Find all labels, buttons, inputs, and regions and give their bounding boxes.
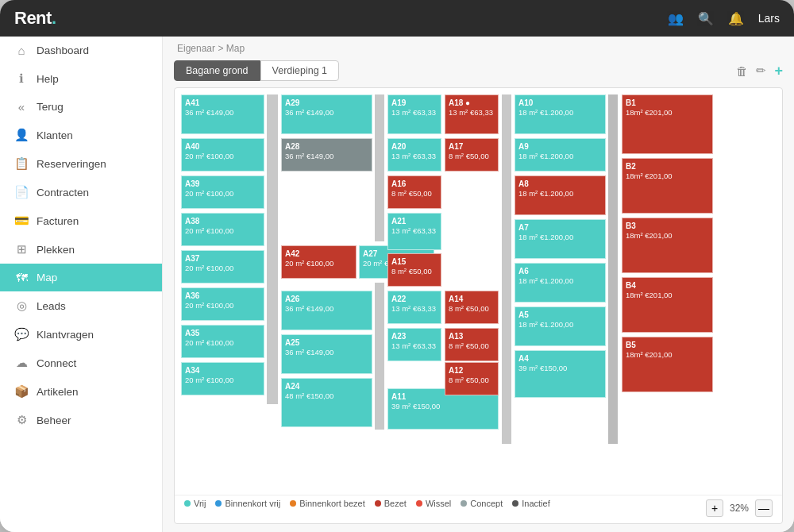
unit-A40[interactable]: A40 20 m² €100,00 <box>181 138 264 172</box>
sidebar-item-klanten[interactable]: 👤 Klanten <box>0 121 162 149</box>
unit-B5[interactable]: B5 18m² €201,00 <box>622 337 713 392</box>
sidebar-label-klanten: Klanten <box>37 129 73 141</box>
legend-concept: Concept <box>461 499 503 508</box>
help-icon: ℹ <box>14 71 29 86</box>
breadcrumb-map: Map <box>226 43 245 54</box>
artikelen-icon: 📦 <box>14 384 29 399</box>
facturen-icon: 💳 <box>14 214 29 228</box>
topbar: Rent. 👥 🔍 🔔 Lars <box>0 0 794 37</box>
unit-A35[interactable]: A35 20 m² €100,00 <box>181 325 264 358</box>
sidebar-item-contracten[interactable]: 📄 Contracten <box>0 178 162 206</box>
unit-A8[interactable]: A8 18 m² €1.200,00 <box>515 175 606 215</box>
unit-A21[interactable]: A21 13 m² €63,33 <box>387 213 441 250</box>
unit-A4[interactable]: A4 39 m² €150,00 <box>515 350 606 398</box>
unit-A14[interactable]: A14 8 m² €50,00 <box>445 291 499 324</box>
search-icon[interactable]: 🔍 <box>698 11 714 26</box>
unit-A12[interactable]: A12 8 m² €50,00 <box>445 362 499 395</box>
unit-A34[interactable]: A34 20 m² €100,00 <box>181 362 264 395</box>
sidebar-label-facturen: Facturen <box>37 215 79 227</box>
legend-dot-wissel <box>416 500 422 507</box>
unit-A9[interactable]: A9 18 m² €1.200,00 <box>515 138 606 172</box>
unit-B1[interactable]: B1 18m² €201,00 <box>622 94 713 154</box>
wall-v2b <box>375 283 384 430</box>
sidebar-item-plekken[interactable]: ⊞ Plekken <box>0 235 162 264</box>
unit-B2[interactable]: B2 18m² €201,00 <box>622 158 713 214</box>
unit-A38[interactable]: A38 20 m² €100,00 <box>181 213 264 246</box>
sidebar-item-dashboard[interactable]: ⌂ Dashboard <box>0 37 162 64</box>
map-canvas: A41 36 m² €149,00 A40 20 m² €100,00 A39 … <box>174 87 783 524</box>
unit-B4[interactable]: B4 18m² €201,00 <box>622 277 713 333</box>
sidebar-label-beheer: Beheer <box>37 414 71 426</box>
legend-dot-bezet <box>375 500 381 507</box>
unit-A7[interactable]: A7 18 m² €1.200,00 <box>515 219 606 259</box>
unit-A42[interactable]: A42 20 m² €100,00 <box>281 245 357 279</box>
plekken-icon: ⊞ <box>14 242 29 256</box>
sidebar-item-help[interactable]: ℹ Help <box>0 64 162 93</box>
zoom-in-button[interactable]: + <box>706 499 723 517</box>
map-container: Bagane grond Verdieping 1 🗑 ✏ + <box>163 60 794 532</box>
unit-A22[interactable]: A22 13 m² €63,33 <box>387 291 441 324</box>
sidebar-label-plekken: Plekken <box>37 244 75 256</box>
unit-A25[interactable]: A25 36 m² €149,00 <box>281 334 372 374</box>
floor-plan: A41 36 m² €149,00 A40 20 m² €100,00 A39 … <box>175 88 782 495</box>
unit-A29[interactable]: A29 36 m² €149,00 <box>281 94 372 134</box>
legend-label-bezet: Bezet <box>384 499 407 508</box>
sidebar-item-beheer[interactable]: ⚙ Beheer <box>0 406 162 434</box>
unit-A17[interactable]: A17 8 m² €50,00 <box>445 138 499 172</box>
delete-button[interactable]: 🗑 <box>736 64 748 78</box>
wall-v1 <box>267 94 278 404</box>
zoom-out-button[interactable]: — <box>755 499 773 517</box>
legend-label-inactief: Inactief <box>522 499 549 508</box>
unit-A24[interactable]: A24 48 m² €150,00 <box>281 378 372 427</box>
dashboard-icon: ⌂ <box>14 44 29 57</box>
legend-label-concept: Concept <box>470 499 503 508</box>
sidebar-item-map[interactable]: 🗺 Map <box>0 264 162 291</box>
add-user-icon[interactable]: 👥 <box>668 11 684 26</box>
unit-A6[interactable]: A6 18 m² €1.200,00 <box>515 263 606 303</box>
connect-icon: ☁ <box>14 356 29 370</box>
unit-A36[interactable]: A36 20 m² €100,00 <box>181 287 264 321</box>
unit-A13[interactable]: A13 8 m² €50,00 <box>445 328 499 361</box>
sidebar-item-leads[interactable]: ◎ Leads <box>0 291 162 320</box>
breadcrumb-eigenaar: Eigenaar <box>177 43 215 54</box>
legend-dot-inactief <box>512 500 518 507</box>
sidebar-item-terug[interactable]: « Terug <box>0 93 162 121</box>
main-area: ⌂ Dashboard ℹ Help « Terug 👤 Klanten 📋 R… <box>0 37 794 532</box>
sidebar-item-connect[interactable]: ☁ Connect <box>0 349 162 377</box>
unit-A23[interactable]: A23 13 m² €63,33 <box>387 328 441 361</box>
map-tabs: Bagane grond Verdieping 1 <box>174 60 339 81</box>
edit-button[interactable]: ✏ <box>756 64 766 78</box>
unit-A15[interactable]: A15 8 m² €50,00 <box>387 253 441 287</box>
sidebar-label-reserveringen: Reserveringen <box>37 158 106 170</box>
unit-A16[interactable]: A16 8 m² €50,00 <box>387 175 441 209</box>
unit-A41[interactable]: A41 36 m² €149,00 <box>181 94 264 134</box>
notification-icon[interactable]: 🔔 <box>728 11 744 26</box>
unit-A18[interactable]: A18 ● 13 m² €63,33 <box>445 94 499 134</box>
add-button[interactable]: + <box>774 63 783 79</box>
tab-bagane-grond[interactable]: Bagane grond <box>174 60 260 81</box>
unit-A39[interactable]: A39 20 m² €100,00 <box>181 175 264 209</box>
sidebar-item-facturen[interactable]: 💳 Facturen <box>0 206 162 235</box>
sidebar-label-help: Help <box>37 73 59 85</box>
sidebar-item-artikelen[interactable]: 📦 Artikelen <box>0 377 162 406</box>
legend-label-wissel: Wissel <box>426 499 451 508</box>
sidebar-item-reserveringen[interactable]: 📋 Reserveringen <box>0 149 162 178</box>
back-icon: « <box>14 100 29 114</box>
breadcrumb-separator: > <box>218 43 225 54</box>
legend-vrij: Vrij <box>184 499 206 508</box>
unit-B3[interactable]: B3 18m² €201,00 <box>622 218 713 273</box>
sidebar-label-contracten: Contracten <box>37 187 89 199</box>
content-area: Eigenaar > Map Bagane grond Verdieping 1… <box>163 37 794 532</box>
topbar-right: 👥 🔍 🔔 Lars <box>668 11 780 26</box>
unit-A26[interactable]: A26 36 m² €149,00 <box>281 291 372 330</box>
unit-A19[interactable]: A19 13 m² €63,33 <box>387 94 441 134</box>
tab-verdieping-1[interactable]: Verdieping 1 <box>260 60 340 81</box>
map-icon: 🗺 <box>14 271 29 284</box>
sidebar-item-klantvragen[interactable]: 💬 Klantvragen <box>0 320 162 349</box>
unit-A28[interactable]: A28 36 m² €149,00 <box>281 138 372 172</box>
unit-A20[interactable]: A20 13 m² €63,33 <box>387 138 441 172</box>
unit-A5[interactable]: A5 18 m² €1.200,00 <box>515 306 606 346</box>
legend-label-binnenkort-bezet: Binnenkort bezet <box>299 499 365 508</box>
unit-A37[interactable]: A37 20 m² €100,00 <box>181 250 264 283</box>
unit-A10[interactable]: A10 18 m² €1.200,00 <box>515 94 606 134</box>
